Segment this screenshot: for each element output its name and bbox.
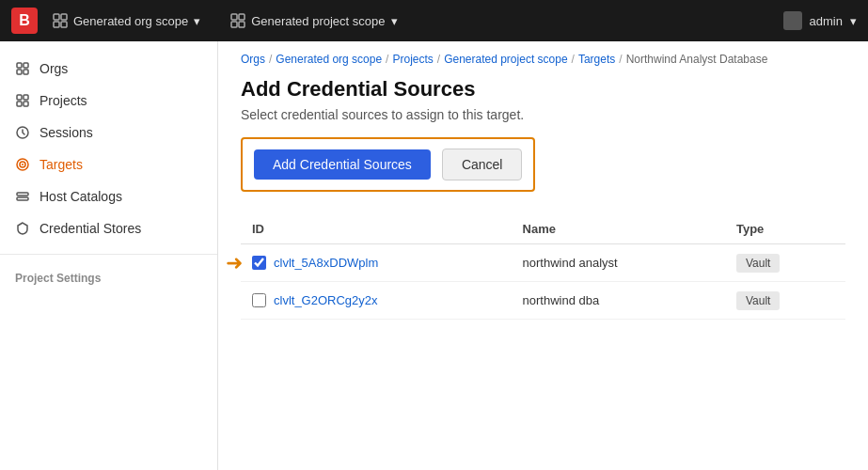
- sidebar-projects-label: Projects: [39, 93, 87, 108]
- main-layout: Orgs Projects Sessions Target: [0, 41, 868, 470]
- sidebar-item-targets[interactable]: Targets: [0, 149, 217, 180]
- col-id: ID: [241, 214, 512, 244]
- svg-rect-4: [231, 14, 237, 20]
- row-id-link[interactable]: clvlt_5A8xDDWplm: [274, 256, 378, 270]
- svg-rect-13: [24, 95, 28, 100]
- sidebar-orgs-label: Orgs: [39, 61, 68, 76]
- breadcrumb-current: Northwind Analyst Database: [626, 53, 768, 66]
- cell-name: northwind analyst: [512, 244, 725, 282]
- breadcrumb-targets[interactable]: Targets: [578, 53, 615, 66]
- orgs-icon: [15, 61, 30, 76]
- id-cell-container: ➜clvlt_5A8xDDWplm: [252, 256, 500, 270]
- sidebar-item-sessions[interactable]: Sessions: [0, 117, 217, 149]
- svg-rect-9: [24, 63, 28, 68]
- org-scope-label: Generated org scope: [73, 14, 188, 28]
- project-scope-selector[interactable]: Generated project scope ▾: [230, 13, 397, 28]
- breadcrumb-orgs[interactable]: Orgs: [241, 53, 265, 66]
- navbar: B Generated org scope ▾ Generated projec…: [0, 0, 868, 41]
- sidebar-item-projects[interactable]: Projects: [0, 85, 217, 117]
- svg-rect-15: [24, 102, 28, 106]
- svg-rect-0: [54, 14, 59, 20]
- row-checkbox[interactable]: [252, 293, 266, 307]
- svg-rect-7: [239, 22, 245, 27]
- svg-rect-20: [17, 193, 28, 196]
- projects-icon: [15, 93, 30, 108]
- admin-chevron: ▾: [850, 14, 857, 28]
- svg-rect-21: [17, 197, 28, 200]
- svg-rect-14: [17, 102, 22, 106]
- svg-rect-1: [61, 14, 67, 20]
- col-name: Name: [512, 214, 725, 244]
- table-body: ➜clvlt_5A8xDDWplmnorthwind analystVaultc…: [241, 244, 845, 320]
- org-icon: [53, 13, 68, 28]
- sidebar-item-credential-stores[interactable]: Credential Stores: [0, 212, 217, 244]
- user-menu[interactable]: admin ▾: [783, 11, 857, 30]
- svg-rect-5: [239, 14, 245, 20]
- org-scope-selector[interactable]: Generated org scope ▾: [53, 13, 200, 28]
- svg-rect-3: [61, 22, 67, 27]
- table-row: clvlt_G2ORCg2y2xnorthwind dbaVault: [241, 282, 845, 320]
- admin-avatar-icon: [783, 11, 802, 30]
- app-logo[interactable]: B: [11, 8, 38, 34]
- svg-point-19: [22, 164, 24, 165]
- svg-rect-2: [54, 22, 59, 27]
- sidebar-sessions-label: Sessions: [39, 125, 93, 140]
- org-scope-chevron: ▾: [194, 14, 200, 28]
- id-cell-container: clvlt_G2ORCg2y2x: [252, 293, 500, 307]
- page-subtitle: Select credential sources to assign to t…: [241, 107, 845, 122]
- targets-icon: [15, 157, 30, 172]
- row-id-link[interactable]: clvlt_G2ORCg2y2x: [274, 293, 378, 307]
- cell-type: Vault: [725, 244, 845, 282]
- cancel-button[interactable]: Cancel: [442, 149, 523, 180]
- breadcrumb-org-scope[interactable]: Generated org scope: [276, 53, 382, 66]
- credential-stores-icon: [15, 221, 30, 236]
- svg-rect-10: [17, 70, 22, 74]
- type-badge: Vault: [736, 291, 780, 310]
- sessions-icon: [15, 125, 30, 140]
- svg-rect-12: [17, 95, 22, 100]
- host-catalogs-icon: [15, 189, 30, 204]
- sidebar-credential-stores-label: Credential Stores: [39, 221, 141, 236]
- add-credential-sources-button[interactable]: Add Credential Sources: [254, 149, 431, 180]
- sidebar-section-project-settings: Project Settings: [0, 264, 217, 292]
- svg-rect-8: [17, 63, 22, 68]
- sidebar-divider: [0, 254, 217, 255]
- action-bar: Add Credential Sources Cancel: [241, 137, 535, 192]
- admin-label: admin: [810, 14, 843, 28]
- credential-sources-table: ID Name Type ➜clvlt_5A8xDDWplmnorthwind …: [241, 214, 845, 320]
- breadcrumb-projects[interactable]: Projects: [392, 53, 433, 66]
- row-checkbox[interactable]: [252, 256, 266, 270]
- table-row: ➜clvlt_5A8xDDWplmnorthwind analystVault: [241, 244, 845, 282]
- sidebar-item-orgs[interactable]: Orgs: [0, 53, 217, 85]
- breadcrumb-project-scope[interactable]: Generated project scope: [444, 53, 567, 66]
- sidebar-host-catalogs-label: Host Catalogs: [39, 189, 122, 204]
- project-icon: [230, 13, 245, 28]
- cell-name: northwind dba: [512, 282, 725, 320]
- svg-rect-11: [24, 70, 28, 74]
- cell-id: clvlt_G2ORCg2y2x: [241, 282, 512, 320]
- sidebar: Orgs Projects Sessions Target: [0, 41, 218, 470]
- col-type: Type: [725, 214, 845, 244]
- project-scope-label: Generated project scope: [251, 14, 385, 28]
- type-badge: Vault: [736, 254, 780, 273]
- cell-id: ➜clvlt_5A8xDDWplm: [241, 244, 512, 282]
- sidebar-item-host-catalogs[interactable]: Host Catalogs: [0, 180, 217, 212]
- row-arrow-indicator: ➜: [226, 251, 243, 275]
- page-content: Add Credential Sources Select credential…: [218, 77, 868, 342]
- sidebar-targets-label: Targets: [39, 157, 83, 172]
- main-content: Orgs / Generated org scope / Projects / …: [218, 41, 868, 470]
- cell-type: Vault: [725, 282, 845, 320]
- breadcrumb: Orgs / Generated org scope / Projects / …: [218, 41, 868, 66]
- page-title: Add Credential Sources: [241, 77, 845, 102]
- project-scope-chevron: ▾: [391, 14, 398, 28]
- svg-rect-6: [231, 22, 237, 27]
- table-header: ID Name Type: [241, 214, 845, 244]
- navbar-left: B Generated org scope ▾ Generated projec…: [11, 8, 398, 34]
